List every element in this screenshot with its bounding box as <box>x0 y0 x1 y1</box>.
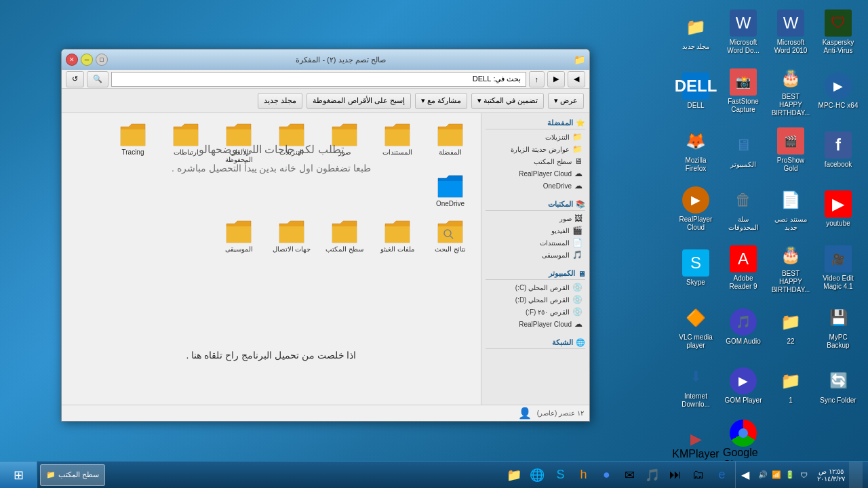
sidebar-item-recent[interactable]: 📁 عوارض حديثة الزيارة <box>486 143 585 155</box>
icon-label: Kaspersky Anti-Virus <box>818 39 859 55</box>
maximize-button[interactable]: □ <box>96 54 108 66</box>
close-button[interactable]: ✕ <box>66 54 78 66</box>
sidebar-item-photos[interactable]: 🖼 صور <box>486 212 585 224</box>
drive-icon: 💿 <box>572 307 583 317</box>
icon-computer[interactable]: 🖥 الكمبيوتر <box>720 121 766 179</box>
icon-label: Mozilla Firefox <box>675 157 716 173</box>
icon-mozilla[interactable]: 🦊 Mozilla Firefox <box>673 121 719 179</box>
taskbar-quicklaunch: 📁 🌐 S h ● ✉ 🎵 ⏭ 🗂 e <box>500 464 735 486</box>
taskbar-mail-icon[interactable]: ✉ <box>618 464 640 486</box>
battery-icon[interactable]: 🔋 <box>785 470 795 481</box>
sidebar-item-realplayer2[interactable]: ☁ RealPlayer Cloud <box>486 318 585 330</box>
icon-facebook[interactable]: f facebook <box>815 121 861 179</box>
icon-videoedit[interactable]: 🎥 Video Edit Magic 4.1 <box>815 239 861 297</box>
music-icon: 🎵 <box>572 250 583 260</box>
sidebar-item-music[interactable]: 🎵 الموسيقى <box>486 249 585 261</box>
expand-tray-icon[interactable]: ◀ <box>741 468 749 481</box>
icon-sync-folder[interactable]: 🔄 Sync Folder <box>815 357 861 415</box>
icon-gom-audio[interactable]: 🎵 GOM Audio <box>720 298 766 356</box>
forward-button[interactable]: ▶ <box>547 71 565 87</box>
volume-icon[interactable]: 🔊 <box>757 470 768 481</box>
icon-skype[interactable]: S Skype <box>673 239 719 297</box>
sidebar-item-drive-c[interactable]: 💿 القرص المحلي (C:) <box>486 281 585 293</box>
up-button[interactable]: ↑ <box>529 71 545 87</box>
content-area: المفضلة المستندات صور <box>62 113 481 405</box>
show-desktop-button[interactable] <box>849 462 863 488</box>
network-icon[interactable]: 📶 <box>771 470 782 481</box>
sidebar-item-drive-f[interactable]: 💿 القرص ٢٥٠ (F:) <box>486 306 585 318</box>
taskbar-files-icon[interactable]: 🗂 <box>688 464 709 486</box>
start-button[interactable]: ⊞ <box>0 462 37 488</box>
icon-best-happy2[interactable]: 🎂 BEST HAPPY BIRTHDAY... <box>768 239 814 297</box>
icon-internet-dl[interactable]: ⬇ Internet Downlo... <box>673 357 719 415</box>
icon-num1[interactable]: 📁 1 <box>768 357 814 415</box>
share-button[interactable]: مشاركة مع ▾ <box>415 93 467 109</box>
taskbar-folder-icon[interactable]: 📁 <box>503 464 525 486</box>
taskbar-ie-icon[interactable]: 🌐 <box>526 464 548 486</box>
taskbar-media-icon[interactable]: 🎵 <box>642 464 663 486</box>
folder-icon <box>437 220 464 244</box>
icon-word-doc[interactable]: W Microsoft Word Do... <box>720 3 766 61</box>
facebook-icon: f <box>825 131 852 159</box>
minimize-button[interactable]: ─ <box>81 54 93 66</box>
include-library-button[interactable]: تضمين في المكتبة ▾ <box>471 93 544 109</box>
icon-mpc-hc[interactable]: ▶ MPC-HC x64 <box>815 62 861 120</box>
icon-realplayer[interactable]: ▶ RealPlayer Cloud <box>673 180 719 238</box>
sidebar-libraries: 📚 المكتبات 🖼 صور 🎬 الفيديو 📄 المستندات 🎵 <box>481 195 589 264</box>
burn-button[interactable]: إسبح على الأقراص المضغوطة <box>307 93 410 109</box>
sidebar-item-video[interactable]: 🎬 الفيديو <box>486 224 585 237</box>
icon-adobe[interactable]: A Adobe Reader 9 <box>720 239 766 297</box>
sidebar-item-downloads[interactable]: 📁 التنزيلات <box>486 131 585 143</box>
back-button[interactable]: ◀ <box>568 71 585 87</box>
security-icon[interactable]: 🛡 <box>798 470 809 481</box>
sidebar-item-drive-d[interactable]: 💿 القرص المحلي (D:) <box>486 293 585 306</box>
sidebar-item-onedrive[interactable]: ☁ OneDrive <box>486 180 585 192</box>
icon-label: DELL <box>687 102 704 110</box>
folder-search[interactable]: نتائج البحث <box>427 217 474 256</box>
taskbar-chrome-icon[interactable]: ● <box>595 464 617 486</box>
organize-button[interactable]: عرض ▾ <box>548 93 584 109</box>
taskbar-next-icon[interactable]: ⏭ <box>665 464 686 486</box>
taskbar-ie2-icon[interactable]: e <box>711 464 732 486</box>
titlebar: ✕ ─ □ صالح تصم جديد (٢) - المفكرة 📁 <box>62 49 589 70</box>
icon-proshow[interactable]: 🎬 ProShow Gold <box>768 121 814 179</box>
folder-desktop[interactable]: سطح المكتب <box>321 217 368 256</box>
icon-label: youtube <box>826 220 850 228</box>
icon-word-2010[interactable]: W Microsoft Word 2010 <box>768 3 814 61</box>
taskbar-skype-icon[interactable]: S <box>549 464 571 486</box>
folder-ghaith[interactable]: ملفات الغيثو <box>374 217 421 256</box>
icon-kaspersky[interactable]: 🛡 Kaspersky Anti-Virus <box>815 3 861 61</box>
folder-music[interactable]: الموسيقى <box>215 217 262 256</box>
icon-faststone[interactable]: 📸 FastStone Capture <box>720 62 766 120</box>
folder-onedrive[interactable]: OneDrive <box>427 171 474 210</box>
doc-icon: 📄 <box>777 186 804 214</box>
search-button[interactable]: 🔍 <box>87 71 108 87</box>
icon-word-new[interactable]: 📄 مستند نصي جديد <box>768 180 814 238</box>
taskbar-hao-icon[interactable]: h <box>572 464 594 486</box>
cloud-icon: ☁ <box>574 181 583 190</box>
taskbar-explorer-item[interactable]: 📁 سطح المكتب <box>40 464 105 486</box>
icon-label: MyPC Backup <box>818 333 859 350</box>
icon-dell[interactable]: DELL DELL <box>673 62 719 120</box>
windows-logo: ⊞ <box>14 468 24 483</box>
drive-icon: 💿 <box>572 295 583 304</box>
address-input[interactable] <box>111 72 526 87</box>
sidebar-item-docs[interactable]: 📄 المستندات <box>486 237 585 249</box>
icon-vlc[interactable]: 🔶 VLC media player <box>673 298 719 356</box>
folder-icon <box>225 220 252 244</box>
icon-gom-player[interactable]: ▶ GOM Player <box>720 357 766 415</box>
icon-waste[interactable]: 🗑 سلة المحذوفات <box>720 180 766 238</box>
icon-new-folder[interactable]: 📁 مجلد جديد <box>673 3 719 61</box>
content-toolbar: عرض ▾ تضمين في المكتبة ▾ مشاركة مع ▾ إسب… <box>62 89 589 113</box>
new-folder-button[interactable]: مجلد جديد <box>258 93 302 109</box>
icon-num22[interactable]: 📁 22 <box>768 298 814 356</box>
icon-youtube[interactable]: ▶ youtube <box>815 180 861 238</box>
folder-contacts[interactable]: جهات الاتصال <box>268 217 315 256</box>
folder-label: الموسيقى <box>225 245 253 253</box>
refresh-button[interactable]: ↺ <box>66 71 84 87</box>
folder-icon <box>437 174 464 199</box>
icon-best-happy[interactable]: 🎂 BEST HAPPY BIRTHDAY... <box>768 62 814 120</box>
sidebar-item-realplayer[interactable]: ☁ RealPlayer Cloud <box>486 167 585 180</box>
sidebar-item-desktop[interactable]: 🖥 سطح المكتب <box>486 155 585 167</box>
icon-mypc[interactable]: 💾 MyPC Backup <box>815 298 861 356</box>
